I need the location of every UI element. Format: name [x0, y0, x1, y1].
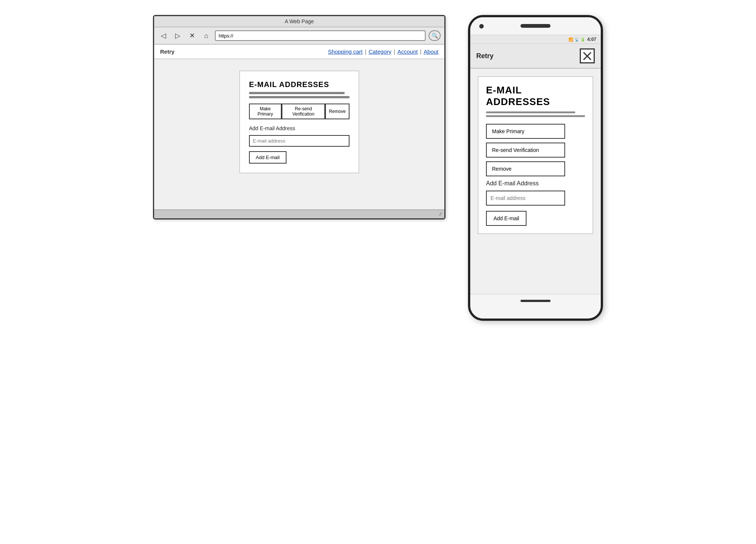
battery-icon [580, 37, 585, 42]
browser-content: E-MAIL ADDRESSES Make Primary Re-send Ve… [154, 59, 444, 209]
browser-back-button[interactable]: ◁ [158, 30, 169, 41]
status-time: 4:07 [587, 37, 596, 42]
close-icon: ✕ [189, 32, 195, 40]
resend-verification-button[interactable]: Re-send Verification [282, 104, 326, 119]
browser-toolbar: ◁ ▷ ✕ ⌂ 🔍 [154, 27, 444, 45]
action-buttons-row: Make Primary Re-send Verification Remove [249, 104, 350, 119]
mobile-mockup: 4:07 Retry E-MAIL ADDRESSES Make Primary… [468, 15, 603, 321]
placeholder-line-1 [249, 92, 345, 94]
browser-home-button[interactable]: ⌂ [201, 30, 212, 41]
nav-link-about[interactable]: About [424, 48, 438, 55]
nav-links: Shopping cart | Category | Account | Abo… [328, 48, 438, 55]
browser-footer: ⁄⁄ [154, 209, 444, 218]
mobile-email-input[interactable] [486, 191, 565, 206]
status-icons [568, 37, 585, 42]
section-title: E-MAIL ADDRESSES [249, 80, 350, 89]
mobile-app-title: Retry [476, 52, 494, 60]
resize-handle: ⁄⁄ [440, 212, 441, 217]
mobile-home-bar[interactable] [520, 300, 550, 302]
mobile-placeholder-lines [486, 111, 585, 117]
browser-title-bar: A Web Page [154, 16, 444, 27]
search-icon: 🔍 [432, 33, 438, 39]
browser-nav-bar: Retry Shopping cart | Category | Account… [154, 45, 444, 59]
browser-title: A Web Page [285, 18, 314, 24]
mobile-add-email-label: Add E-mail Address [486, 180, 585, 187]
nav-separator-3: | [420, 48, 422, 55]
mobile-app-bar: Retry [470, 44, 601, 69]
mobile-bottom-bezel [470, 294, 601, 307]
forward-icon: ▷ [175, 32, 180, 40]
browser-forward-button[interactable]: ▷ [172, 30, 183, 41]
browser-close-button[interactable]: ✕ [186, 30, 198, 41]
add-email-button[interactable]: Add E-mail [249, 151, 286, 164]
email-input[interactable] [249, 135, 350, 147]
placeholder-line-2 [249, 96, 350, 98]
wifi-icon [568, 37, 573, 42]
browser-search-button[interactable]: 🔍 [429, 30, 441, 41]
mobile-close-button[interactable] [580, 48, 595, 63]
mobile-section-title: E-MAIL ADDRESSES [486, 84, 585, 108]
mobile-content: E-MAIL ADDRESSES Make Primary Re-send Ve… [470, 69, 601, 294]
browser-mockup: A Web Page ◁ ▷ ✕ ⌂ 🔍 Retry Shopping cart… [153, 15, 446, 219]
mobile-add-email-button[interactable]: Add E-mail [486, 211, 526, 226]
mobile-top-bezel [470, 17, 601, 35]
mobile-make-primary-button[interactable]: Make Primary [486, 124, 565, 139]
mobile-camera [479, 24, 484, 29]
mobile-remove-button[interactable]: Remove [486, 161, 565, 176]
mobile-status-bar: 4:07 [470, 35, 601, 44]
mobile-card: E-MAIL ADDRESSES Make Primary Re-send Ve… [478, 76, 593, 234]
nav-separator-1: | [365, 48, 366, 55]
brand-logo: Retry [160, 48, 174, 55]
signal-icon [574, 37, 579, 42]
address-bar[interactable] [215, 30, 426, 41]
nav-link-account[interactable]: Account [398, 48, 418, 55]
add-email-label: Add E-mail Address [249, 125, 350, 131]
nav-link-category[interactable]: Category [369, 48, 392, 55]
back-icon: ◁ [161, 32, 166, 40]
nav-link-shopping-cart[interactable]: Shopping cart [328, 48, 363, 55]
mobile-placeholder-line-1 [486, 111, 575, 113]
mobile-placeholder-line-2 [486, 115, 585, 117]
home-icon: ⌂ [204, 32, 208, 40]
make-primary-button[interactable]: Make Primary [249, 104, 282, 119]
content-card: E-MAIL ADDRESSES Make Primary Re-send Ve… [239, 71, 359, 173]
mobile-resend-verification-button[interactable]: Re-send Verification [486, 143, 565, 158]
mobile-speaker [520, 24, 550, 28]
placeholder-lines [249, 92, 350, 98]
nav-separator-2: | [394, 48, 395, 55]
remove-button[interactable]: Remove [325, 104, 350, 119]
